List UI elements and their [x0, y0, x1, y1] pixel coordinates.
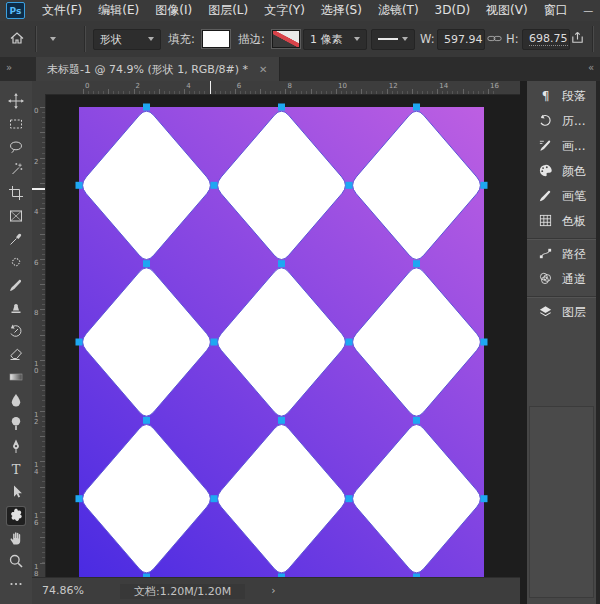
eraser-icon — [8, 346, 24, 365]
canvas-svg[interactable] — [79, 107, 484, 577]
tool-mode-select[interactable]: 形状 — [93, 29, 161, 50]
document-tab[interactable]: 未标题-1 @ 74.9% (形状 1, RGB/8#) * ✕ — [36, 57, 280, 81]
brush-tool[interactable] — [7, 277, 25, 295]
menu-item-image[interactable]: 图像(I) — [147, 0, 200, 21]
anchor-point[interactable] — [481, 339, 488, 346]
panel-button-history[interactable]: 历... — [527, 109, 596, 134]
rect-marquee-tool[interactable] — [7, 116, 25, 134]
anchor-point[interactable] — [278, 104, 285, 111]
panel-collapse-button[interactable]: « — [588, 57, 593, 79]
panel-button-channels[interactable]: 通道 — [527, 267, 596, 292]
canvas[interactable] — [79, 107, 484, 577]
custom-shape-tool[interactable] — [7, 507, 25, 525]
toolbar-expand-button[interactable]: » — [6, 57, 11, 79]
move-tool[interactable] — [7, 93, 25, 111]
stroke-style-select[interactable] — [371, 29, 415, 50]
ruler-v-number: 1 8 — [34, 564, 43, 578]
frame-tool[interactable] — [7, 208, 25, 226]
panel-button-swatches[interactable]: 色板 — [527, 209, 596, 234]
svg-text:T: T — [12, 461, 21, 476]
healing-brush-tool[interactable] — [7, 254, 25, 272]
anchor-point[interactable] — [143, 104, 150, 111]
anchor-point[interactable] — [346, 339, 353, 346]
menu-item-view[interactable]: 视图(V) — [478, 0, 536, 21]
clone-stamp-tool[interactable] — [7, 300, 25, 318]
menu-item-window[interactable]: 窗口 — [536, 0, 576, 21]
panel-button-layers[interactable]: 图层 — [527, 300, 596, 325]
marquee-icon — [8, 116, 24, 135]
history-icon — [538, 113, 553, 131]
gradient-tool[interactable] — [7, 369, 25, 387]
anchor-point[interactable] — [211, 339, 218, 346]
menu-item-type[interactable]: 文字(Y) — [256, 0, 313, 21]
home-button[interactable] — [9, 21, 25, 57]
ruler-h-number: 10 — [338, 82, 347, 90]
eraser-tool[interactable] — [7, 346, 25, 364]
anchor-point[interactable] — [76, 182, 83, 189]
export-button[interactable] — [570, 21, 585, 57]
pen-tool[interactable] — [7, 438, 25, 456]
zoom-tool[interactable] — [7, 553, 25, 571]
height-value: 698.75 — [529, 32, 568, 46]
anchor-point[interactable] — [143, 260, 150, 267]
tab-close-icon[interactable]: ✕ — [259, 64, 267, 75]
anchor-point[interactable] — [211, 495, 218, 502]
hand-tool[interactable] — [7, 530, 25, 548]
chevron-down-icon — [50, 37, 56, 41]
panel-button-color[interactable]: 颜色 — [527, 159, 596, 184]
anchor-point[interactable] — [211, 182, 218, 189]
panel-button-brush-settings[interactable]: 画... — [527, 134, 596, 159]
panel-button-paths[interactable]: 路径 — [527, 242, 596, 267]
anchor-point[interactable] — [278, 417, 285, 424]
color-icon — [538, 163, 553, 181]
menu-item-file[interactable]: 文件(F) — [34, 0, 90, 21]
ruler-h-number: 4 — [186, 82, 190, 90]
anchor-point[interactable] — [278, 260, 285, 267]
height-input[interactable]: 698.75 — [522, 29, 570, 50]
vertical-ruler[interactable]: 024681 01 21 41 61 8 — [32, 94, 46, 577]
stroke-swatch[interactable] — [272, 21, 300, 57]
menu-item-filter[interactable]: 滤镜(T) — [370, 0, 427, 21]
anchor-point[interactable] — [413, 260, 420, 267]
stroke-width-select[interactable]: 1 像素 — [303, 29, 367, 50]
channels-icon — [538, 271, 553, 289]
fill-swatch[interactable] — [202, 21, 230, 57]
path-select-icon — [8, 484, 24, 503]
crop-tool[interactable] — [7, 185, 25, 203]
eyedropper-tool[interactable] — [7, 231, 25, 249]
magic-wand-tool[interactable] — [7, 162, 25, 180]
zoom-level-field[interactable]: 74.86% — [42, 584, 84, 597]
path-select-tool[interactable] — [7, 484, 25, 502]
status-bar: 74.86% 文档:1.20M/1.20M › — [32, 577, 520, 604]
anchor-point[interactable] — [76, 339, 83, 346]
anchor-point[interactable] — [413, 417, 420, 424]
menu-item-layer[interactable]: 图层(L) — [200, 0, 256, 21]
document-size-info: 文档:1.20M/1.20M — [120, 584, 245, 599]
menu-item-edit[interactable]: 编辑(E) — [90, 0, 147, 21]
anchor-point[interactable] — [481, 495, 488, 502]
menu-item-3d[interactable]: 3D(D) — [427, 0, 478, 21]
lasso-tool[interactable] — [7, 139, 25, 157]
minimize-button[interactable]: — — [576, 0, 600, 21]
panel-button-brushes[interactable]: 画笔 — [527, 184, 596, 209]
history-brush-tool[interactable] — [7, 323, 25, 341]
blur-tool[interactable] — [7, 392, 25, 410]
anchor-point[interactable] — [76, 495, 83, 502]
menu-item-select[interactable]: 选择(S) — [313, 0, 370, 21]
separator — [35, 26, 36, 52]
horizontal-ruler[interactable]: 0246810121416 — [32, 81, 520, 95]
more-tools-tool[interactable] — [7, 576, 25, 594]
anchor-point[interactable] — [346, 182, 353, 189]
photoshop-window: Ps 文件(F)编辑(E)图像(I)图层(L)文字(Y)选择(S)滤镜(T)3D… — [0, 0, 600, 604]
status-options-chevron[interactable]: › — [271, 584, 275, 597]
anchor-point[interactable] — [346, 495, 353, 502]
anchor-point[interactable] — [481, 182, 488, 189]
dodge-tool[interactable] — [7, 415, 25, 433]
width-input[interactable]: 597.94 — [437, 29, 485, 50]
anchor-point[interactable] — [413, 104, 420, 111]
anchor-point[interactable] — [143, 417, 150, 424]
panel-button-paragraph[interactable]: ¶段落 — [527, 84, 596, 109]
type-tool[interactable]: T — [7, 461, 25, 479]
tool-preset-button[interactable] — [47, 21, 56, 57]
link-dimensions-button[interactable] — [487, 21, 502, 57]
